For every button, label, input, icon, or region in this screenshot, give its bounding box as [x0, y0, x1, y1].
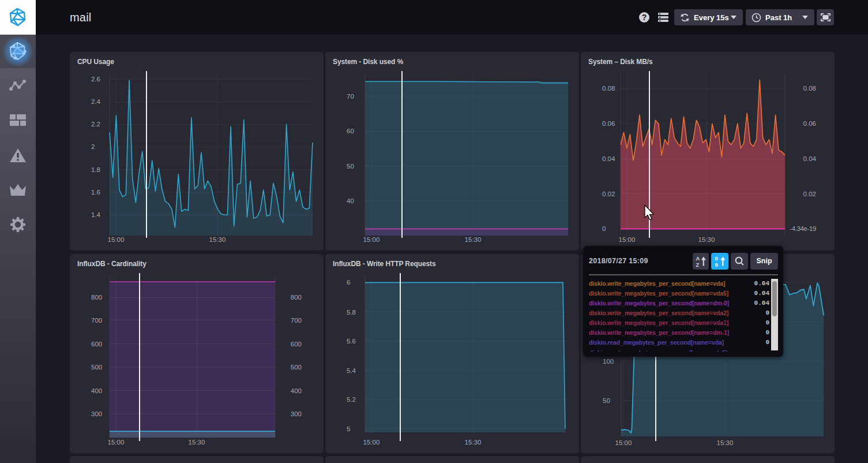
svg-text:0: 0: [715, 255, 718, 262]
svg-text:Z: Z: [696, 262, 700, 268]
svg-text:9: 9: [715, 262, 718, 268]
svg-text:A: A: [696, 255, 700, 262]
